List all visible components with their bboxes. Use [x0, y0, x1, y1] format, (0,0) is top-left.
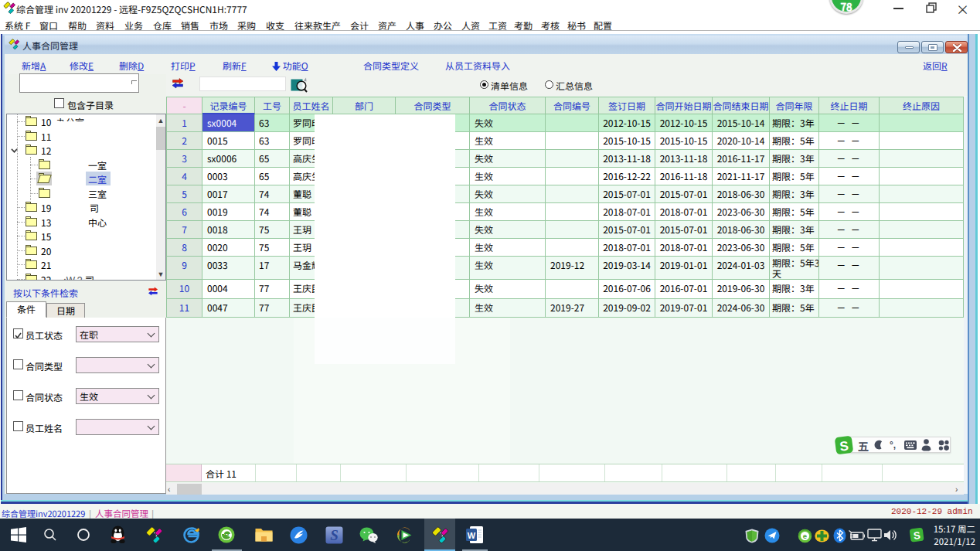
svg-text:S: S	[330, 527, 339, 543]
svg-text:W: W	[468, 531, 476, 540]
svg-text:S: S	[839, 438, 849, 454]
svg-text:e: e	[224, 529, 230, 540]
svg-text:e: e	[803, 532, 807, 540]
